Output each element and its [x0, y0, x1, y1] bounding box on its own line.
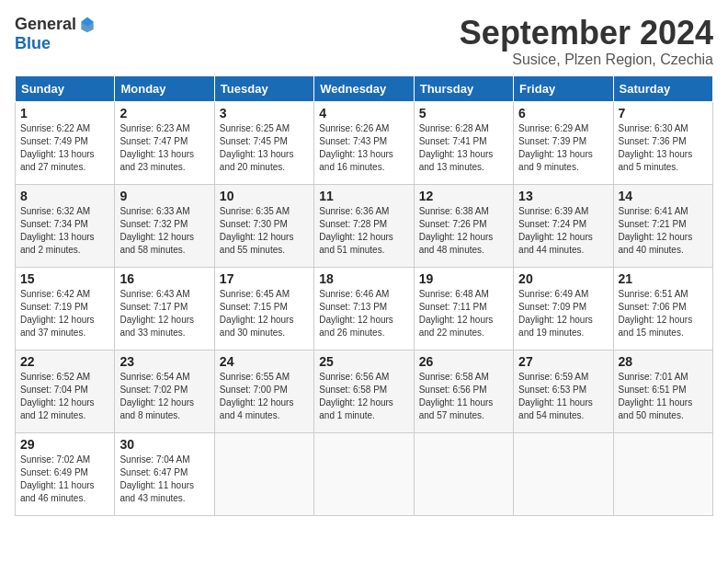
title-area: September 2024 Susice, Plzen Region, Cze…	[460, 15, 713, 68]
cell-content: Sunrise: 6:28 AMSunset: 7:41 PMDaylight:…	[419, 122, 508, 174]
calendar-cell: 3Sunrise: 6:25 AMSunset: 7:45 PMDaylight…	[214, 101, 313, 184]
cell-content: Sunrise: 6:56 AMSunset: 6:58 PMDaylight:…	[319, 371, 408, 422]
calendar-cell: 11Sunrise: 6:36 AMSunset: 7:28 PMDayligh…	[314, 184, 414, 267]
calendar-cell: 29Sunrise: 7:02 AMSunset: 6:49 PMDayligh…	[16, 432, 115, 515]
cell-content: Sunrise: 6:32 AMSunset: 7:34 PMDaylight:…	[20, 205, 109, 257]
cell-content: Sunrise: 6:38 AMSunset: 7:26 PMDaylight:…	[419, 205, 508, 257]
day-number: 27	[518, 354, 608, 369]
calendar-cell	[514, 432, 613, 515]
calendar-cell	[414, 432, 513, 515]
calendar-cell: 23Sunrise: 6:54 AMSunset: 7:02 PMDayligh…	[115, 350, 214, 432]
day-number: 7	[619, 106, 708, 121]
cell-content: Sunrise: 6:26 AMSunset: 7:43 PMDaylight:…	[319, 122, 408, 174]
location-title: Susice, Plzen Region, Czechia	[460, 52, 713, 68]
header-wednesday: Wednesday	[314, 75, 414, 101]
day-number: 28	[619, 354, 708, 369]
cell-content: Sunrise: 6:41 AMSunset: 7:21 PMDaylight:…	[619, 205, 708, 257]
day-number: 23	[119, 354, 209, 369]
calendar-cell: 25Sunrise: 6:56 AMSunset: 6:58 PMDayligh…	[314, 350, 414, 432]
calendar-cell: 22Sunrise: 6:52 AMSunset: 7:04 PMDayligh…	[16, 350, 115, 432]
day-number: 20	[518, 271, 608, 286]
calendar-cell: 9Sunrise: 6:33 AMSunset: 7:32 PMDaylight…	[115, 184, 214, 267]
day-number: 10	[220, 189, 309, 203]
day-number: 26	[419, 354, 508, 369]
calendar-cell: 16Sunrise: 6:43 AMSunset: 7:17 PMDayligh…	[115, 267, 214, 350]
cell-content: Sunrise: 6:42 AMSunset: 7:19 PMDaylight:…	[20, 288, 109, 339]
cell-content: Sunrise: 6:30 AMSunset: 7:36 PMDaylight:…	[619, 122, 708, 174]
cell-content: Sunrise: 7:01 AMSunset: 6:51 PMDaylight:…	[619, 371, 708, 422]
header: General Blue September 2024 Susice, Plze…	[15, 15, 713, 68]
day-number: 11	[319, 189, 408, 203]
calendar-week-row: 29Sunrise: 7:02 AMSunset: 6:49 PMDayligh…	[16, 432, 713, 515]
day-number: 16	[119, 271, 209, 286]
calendar-cell: 14Sunrise: 6:41 AMSunset: 7:21 PMDayligh…	[613, 184, 712, 267]
day-number: 5	[419, 106, 508, 121]
cell-content: Sunrise: 6:45 AMSunset: 7:15 PMDaylight:…	[220, 288, 309, 339]
calendar-cell: 20Sunrise: 6:49 AMSunset: 7:09 PMDayligh…	[514, 267, 613, 350]
day-number: 22	[20, 354, 109, 369]
cell-content: Sunrise: 6:25 AMSunset: 7:45 PMDaylight:…	[220, 122, 309, 174]
logo-blue-text: Blue	[15, 34, 51, 53]
day-number: 19	[419, 271, 508, 286]
cell-content: Sunrise: 6:23 AMSunset: 7:47 PMDaylight:…	[119, 122, 209, 174]
day-number: 21	[619, 271, 708, 286]
cell-content: Sunrise: 6:29 AMSunset: 7:39 PMDaylight:…	[518, 122, 608, 174]
cell-content: Sunrise: 6:35 AMSunset: 7:30 PMDaylight:…	[220, 205, 309, 257]
cell-content: Sunrise: 6:43 AMSunset: 7:17 PMDaylight:…	[119, 288, 209, 339]
header-sunday: Sunday	[16, 75, 115, 101]
cell-content: Sunrise: 6:49 AMSunset: 7:09 PMDaylight:…	[518, 288, 608, 339]
calendar-week-row: 22Sunrise: 6:52 AMSunset: 7:04 PMDayligh…	[16, 350, 713, 432]
day-number: 25	[319, 354, 408, 369]
day-number: 17	[220, 271, 309, 286]
cell-content: Sunrise: 6:58 AMSunset: 6:56 PMDaylight:…	[419, 371, 508, 422]
cell-content: Sunrise: 7:02 AMSunset: 6:49 PMDaylight:…	[20, 454, 109, 505]
header-monday: Monday	[115, 75, 214, 101]
logo-general-text: General	[15, 15, 76, 34]
cell-content: Sunrise: 6:39 AMSunset: 7:24 PMDaylight:…	[518, 205, 608, 257]
calendar-cell: 5Sunrise: 6:28 AMSunset: 7:41 PMDaylight…	[414, 101, 513, 184]
calendar-cell: 2Sunrise: 6:23 AMSunset: 7:47 PMDaylight…	[115, 101, 214, 184]
cell-content: Sunrise: 6:54 AMSunset: 7:02 PMDaylight:…	[119, 371, 209, 422]
calendar-cell: 21Sunrise: 6:51 AMSunset: 7:06 PMDayligh…	[613, 267, 712, 350]
calendar-cell: 19Sunrise: 6:48 AMSunset: 7:11 PMDayligh…	[414, 267, 513, 350]
calendar-cell: 10Sunrise: 6:35 AMSunset: 7:30 PMDayligh…	[214, 184, 313, 267]
calendar-cell: 24Sunrise: 6:55 AMSunset: 7:00 PMDayligh…	[214, 350, 313, 432]
day-number: 6	[518, 106, 608, 121]
logo: General Blue	[15, 15, 97, 53]
calendar-cell	[314, 432, 414, 515]
calendar-cell: 6Sunrise: 6:29 AMSunset: 7:39 PMDaylight…	[514, 101, 613, 184]
calendar-week-row: 15Sunrise: 6:42 AMSunset: 7:19 PMDayligh…	[16, 267, 713, 350]
day-number: 30	[119, 437, 209, 452]
calendar-cell: 26Sunrise: 6:58 AMSunset: 6:56 PMDayligh…	[414, 350, 513, 432]
day-number: 4	[319, 106, 408, 121]
calendar-cell: 28Sunrise: 7:01 AMSunset: 6:51 PMDayligh…	[613, 350, 712, 432]
day-number: 13	[518, 189, 608, 203]
day-number: 8	[20, 189, 109, 203]
day-number: 18	[319, 271, 408, 286]
logo-icon	[78, 16, 97, 34]
calendar-cell: 12Sunrise: 6:38 AMSunset: 7:26 PMDayligh…	[414, 184, 513, 267]
header-tuesday: Tuesday	[214, 75, 313, 101]
cell-content: Sunrise: 6:33 AMSunset: 7:32 PMDaylight:…	[119, 205, 209, 257]
calendar-cell: 30Sunrise: 7:04 AMSunset: 6:47 PMDayligh…	[115, 432, 214, 515]
calendar-cell: 8Sunrise: 6:32 AMSunset: 7:34 PMDaylight…	[16, 184, 115, 267]
day-number: 3	[220, 106, 309, 121]
day-number: 14	[619, 189, 708, 203]
calendar-cell: 7Sunrise: 6:30 AMSunset: 7:36 PMDaylight…	[613, 101, 712, 184]
cell-content: Sunrise: 6:36 AMSunset: 7:28 PMDaylight:…	[319, 205, 408, 257]
calendar-cell: 1Sunrise: 6:22 AMSunset: 7:49 PMDaylight…	[16, 101, 115, 184]
header-friday: Friday	[514, 75, 613, 101]
day-number: 15	[20, 271, 109, 286]
cell-content: Sunrise: 6:51 AMSunset: 7:06 PMDaylight:…	[619, 288, 708, 339]
day-number: 2	[119, 106, 209, 121]
calendar-cell: 27Sunrise: 6:59 AMSunset: 6:53 PMDayligh…	[514, 350, 613, 432]
calendar-week-row: 1Sunrise: 6:22 AMSunset: 7:49 PMDaylight…	[16, 101, 713, 184]
day-number: 1	[20, 106, 109, 121]
day-number: 12	[419, 189, 508, 203]
header-saturday: Saturday	[613, 75, 712, 101]
calendar-week-row: 8Sunrise: 6:32 AMSunset: 7:34 PMDaylight…	[16, 184, 713, 267]
header-thursday: Thursday	[414, 75, 513, 101]
cell-content: Sunrise: 6:48 AMSunset: 7:11 PMDaylight:…	[419, 288, 508, 339]
calendar-cell: 13Sunrise: 6:39 AMSunset: 7:24 PMDayligh…	[514, 184, 613, 267]
calendar-cell: 18Sunrise: 6:46 AMSunset: 7:13 PMDayligh…	[314, 267, 414, 350]
